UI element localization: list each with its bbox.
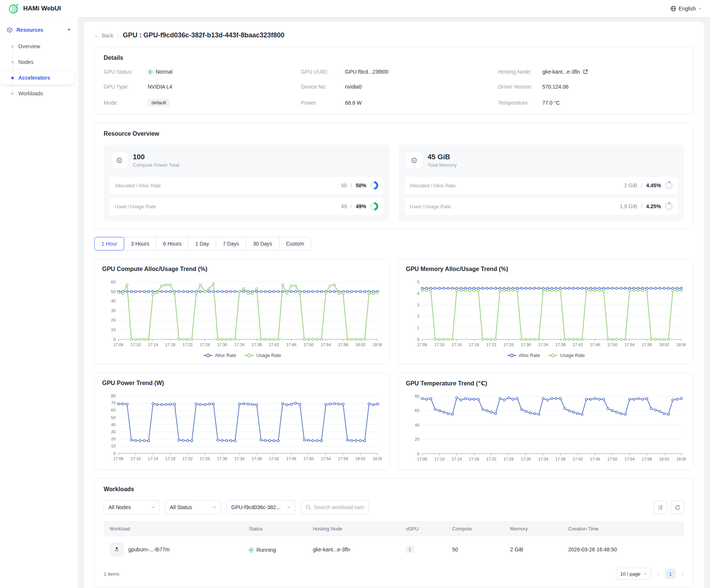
memory-trend-chart-card: GPU Memory Alloc/Usage Trend (%) 0123451… — [398, 259, 694, 364]
page-number[interactable]: 1 — [665, 569, 676, 579]
legend-usage-rate[interactable]: Usage Rate — [548, 353, 585, 358]
column-settings-button[interactable] — [654, 501, 667, 514]
svg-text:17:10: 17:10 — [434, 457, 444, 461]
sidebar-item-workloads[interactable]: Workloads — [0, 87, 74, 100]
svg-text:10: 10 — [111, 327, 116, 332]
resource-overview-title: Resource Overview — [104, 130, 684, 137]
mode-badge: default — [148, 99, 170, 107]
bullet-icon — [11, 45, 14, 48]
language-selector[interactable]: English — [670, 6, 702, 12]
row-amount: 49 — [341, 203, 347, 209]
svg-text:17:30: 17:30 — [217, 456, 227, 461]
external-link-icon[interactable] — [583, 69, 588, 74]
separator: / — [641, 182, 642, 188]
legend-usage-rate[interactable]: Usage Rate — [244, 353, 281, 358]
svg-text:17:46: 17:46 — [590, 457, 600, 461]
svg-text:1: 1 — [417, 326, 419, 330]
chart-legend: Alloc Rate Usage Rate — [102, 351, 382, 360]
svg-text:17:46: 17:46 — [286, 456, 296, 461]
separator: / — [641, 203, 642, 209]
time-tab-custom[interactable]: Custom — [279, 237, 311, 250]
details-card: Details GPU Status: Normal GPU UUID: GPU… — [94, 47, 694, 114]
svg-text:17:58: 17:58 — [338, 456, 348, 461]
svg-text:17:42: 17:42 — [573, 342, 583, 347]
workloads-title: Workloads — [104, 486, 684, 493]
svg-text:17:06: 17:06 — [113, 456, 123, 461]
next-page-button[interactable]: › — [681, 571, 684, 577]
svg-text:17:10: 17:10 — [131, 342, 141, 347]
field-label: Mode: — [104, 100, 148, 106]
memory-trend-chart: 01234517:0617:1017:1417:1817:2217:2617:3… — [406, 278, 686, 351]
time-tab-6hours[interactable]: 6 Hours — [156, 237, 189, 250]
refresh-button[interactable] — [671, 501, 684, 514]
workload-avatar — [110, 542, 124, 557]
svg-text:17:18: 17:18 — [469, 457, 479, 461]
items-count: 1 items — [104, 571, 119, 577]
svg-text:17:54: 17:54 — [321, 456, 331, 461]
workload-search — [301, 500, 369, 514]
svg-text:17:38: 17:38 — [252, 342, 262, 347]
field-label: Driver Version: — [498, 84, 542, 90]
back-button[interactable]: ← Back — [94, 33, 113, 39]
sidebar-item-overview[interactable]: Overview — [0, 40, 74, 53]
field-hosting-node: Hosting Node: gke-kant...e-3fln — [498, 69, 684, 75]
svg-text:30: 30 — [111, 308, 116, 313]
legend-label: Alloc Rate — [519, 353, 540, 358]
time-tab-1day[interactable]: 1 Day — [188, 237, 216, 250]
sidebar-section-resources[interactable]: Resources — [0, 22, 78, 37]
time-tab-30days[interactable]: 30 Days — [246, 237, 279, 250]
row-amount: 50 — [341, 182, 347, 188]
search-icon — [306, 505, 311, 510]
nodes-filter-select[interactable]: All Nodes — [104, 500, 160, 514]
page-header: ← Back GPU : GPU-f9cd036c-382f-b13d-443f… — [94, 29, 694, 47]
svg-text:17:54: 17:54 — [321, 342, 331, 347]
svg-text:17:34: 17:34 — [234, 342, 244, 347]
sidebar-item-accelerators[interactable]: Accelerators — [0, 71, 74, 84]
svg-text:18:06: 18:06 — [676, 342, 686, 347]
svg-text:2: 2 — [417, 314, 419, 318]
time-tab-3hours[interactable]: 3 Hours — [124, 237, 156, 250]
col-hosting-node: Hosting Node — [307, 521, 400, 536]
resource-overview-card: Resource Overview — [94, 123, 694, 229]
gpu-filter-select[interactable]: GPU-f9cd036c-382... — [226, 500, 296, 514]
svg-text:17:14: 17:14 — [452, 342, 462, 347]
svg-text:17:26: 17:26 — [504, 457, 514, 461]
legend-marker-icon — [203, 353, 213, 358]
sidebar-item-nodes[interactable]: Nodes — [0, 55, 74, 69]
table-row[interactable]: gpuburn-...-lb77m Running gke-kant...e-3… — [104, 536, 684, 563]
sidebar: Resources Overview Nodes Accelerators — [0, 17, 78, 588]
field-value: Normal — [156, 69, 172, 75]
svg-text:17:06: 17:06 — [417, 457, 427, 461]
svg-text:18:06: 18:06 — [373, 456, 382, 461]
memory-icon — [406, 152, 422, 169]
svg-text:20: 20 — [415, 437, 419, 441]
legend-alloc-rate[interactable]: Alloc Rate — [203, 353, 236, 358]
svg-text:5: 5 — [417, 280, 419, 284]
brand: HAMi WebUI — [8, 3, 61, 14]
workload-name[interactable]: gpuburn-...-lb77m — [128, 547, 170, 552]
row-rate: 50% — [356, 182, 366, 188]
field-value: 68.8 W — [345, 100, 361, 106]
cube-icon — [7, 27, 13, 33]
field-value: gke-kant...e-3fln — [542, 69, 580, 75]
field-value: nvidia0 — [345, 84, 361, 90]
bullet-icon — [11, 61, 14, 64]
prev-page-button[interactable]: ‹ — [657, 571, 660, 577]
chart-title: GPU Power Trend (W) — [102, 380, 382, 387]
svg-text:40: 40 — [111, 422, 116, 427]
svg-text:60: 60 — [415, 409, 419, 413]
usage-donut-chart — [665, 202, 673, 210]
page-size-select[interactable]: 10 / page — [616, 568, 651, 580]
memory-total: 45 GiB — [428, 153, 457, 161]
row-label: Used / Usage Rate — [115, 204, 156, 209]
svg-text:18:02: 18:02 — [659, 342, 669, 347]
table-header-row: Workload Status Hosting Node vGPU Comput… — [104, 521, 684, 536]
search-input[interactable] — [314, 504, 364, 510]
chevron-down-icon — [67, 27, 71, 33]
svg-text:18:06: 18:06 — [676, 457, 686, 461]
legend-alloc-rate[interactable]: Alloc Rate — [507, 353, 540, 358]
status-filter-select[interactable]: All Status — [165, 500, 221, 514]
field-label: GPU Type: — [104, 84, 148, 90]
time-tab-1hour[interactable]: 1 Hour — [94, 237, 124, 250]
time-tab-7days[interactable]: 7 Days — [216, 237, 247, 250]
